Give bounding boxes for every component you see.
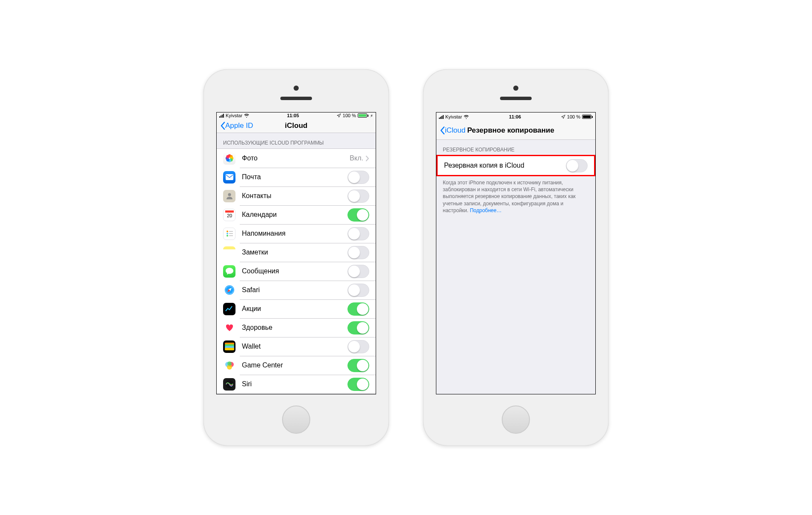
- svg-point-14: [227, 233, 228, 234]
- row-wallet[interactable]: Wallet: [217, 337, 376, 356]
- battery-pct: 100 %: [567, 114, 580, 119]
- home-button[interactable]: [282, 405, 310, 434]
- home-button[interactable]: [502, 405, 530, 434]
- row-messages[interactable]: Сообщения: [217, 262, 376, 281]
- contacts-icon: [223, 190, 235, 202]
- stocks-toggle[interactable]: [347, 302, 369, 316]
- carrier-label: Kyivstar: [226, 113, 242, 118]
- section-footer: Когда этот iPhone подключен к источнику …: [436, 176, 595, 216]
- phone-speaker: [500, 97, 532, 100]
- row-label: Wallet: [242, 343, 347, 350]
- svg-rect-17: [229, 235, 233, 236]
- health-toggle[interactable]: [347, 321, 369, 334]
- row-notes[interactable]: Заметки: [217, 243, 376, 262]
- row-label: Резервная копия в iCloud: [444, 162, 566, 169]
- mail-icon: [223, 171, 235, 184]
- row-health[interactable]: Здоровье: [217, 318, 376, 337]
- row-gamecenter[interactable]: Game Center: [217, 356, 376, 375]
- gamecenter-icon: [223, 359, 235, 372]
- iphone-device-right: Kyivstar 11:06 100 % iCloud Ре: [423, 69, 609, 446]
- nav-bar: Apple ID iCloud: [217, 119, 376, 133]
- status-bar: Kyivstar 11:05 100 % ⚡︎: [217, 112, 376, 119]
- chevron-right-icon: [366, 156, 369, 161]
- row-stocks[interactable]: Акции: [217, 299, 376, 318]
- calendar-icon: 20: [223, 209, 235, 221]
- battery-pct: 100 %: [343, 113, 356, 118]
- row-label: Акции: [242, 305, 347, 313]
- signal-icon: [439, 115, 444, 119]
- health-icon: [223, 322, 235, 334]
- row-safari[interactable]: Safari: [217, 281, 376, 299]
- wifi-icon: [244, 113, 249, 118]
- back-label: iCloud: [445, 126, 465, 135]
- icloud-backup-toggle[interactable]: [566, 159, 588, 172]
- nav-bar: iCloud Резервное копирование: [436, 121, 595, 140]
- row-label: Siri: [242, 380, 347, 388]
- notes-icon: [223, 246, 235, 259]
- contacts-toggle[interactable]: [347, 189, 369, 203]
- messages-toggle[interactable]: [347, 265, 369, 278]
- svg-rect-8: [226, 174, 233, 180]
- learn-more-link[interactable]: Подробнее…: [470, 207, 501, 213]
- notes-toggle[interactable]: [347, 246, 369, 259]
- svg-rect-24: [225, 348, 234, 350]
- row-label: Safari: [242, 286, 347, 294]
- messages-icon: [223, 265, 235, 278]
- row-photos[interactable]: ФотоВкл.: [217, 149, 376, 168]
- signal-icon: [219, 113, 224, 118]
- row-label: Здоровье: [242, 324, 347, 331]
- svg-point-9: [228, 193, 231, 196]
- wifi-icon: [464, 115, 469, 119]
- icloud-apps-list: ФотоВкл.ПочтаКонтакты20КалендариНапомина…: [217, 148, 376, 394]
- row-icloud-backup[interactable]: Резервная копия в iCloud: [438, 156, 594, 175]
- reminders-toggle[interactable]: [347, 227, 369, 240]
- battery-icon: [358, 113, 368, 118]
- siri-toggle[interactable]: [347, 378, 369, 391]
- iphone-device-left: Kyivstar 11:05 100 % ⚡︎ Apple ID: [203, 69, 389, 446]
- row-mail[interactable]: Почта: [217, 168, 376, 186]
- siri-icon: [223, 378, 235, 391]
- row-label: Напоминания: [242, 230, 347, 237]
- svg-point-16: [227, 235, 228, 237]
- gamecenter-toggle[interactable]: [347, 359, 369, 372]
- screen-right: Kyivstar 11:06 100 % iCloud Ре: [436, 112, 596, 394]
- photos-icon: [223, 152, 235, 165]
- phone-speaker: [280, 97, 312, 100]
- row-contacts[interactable]: Контакты: [217, 186, 376, 205]
- stocks-icon: [223, 303, 235, 315]
- safari-toggle[interactable]: [347, 284, 369, 297]
- row-label: Game Center: [242, 361, 347, 369]
- row-label: Фото: [242, 154, 350, 162]
- row-label: Почта: [242, 173, 347, 181]
- row-calendar[interactable]: 20Календари: [217, 205, 376, 224]
- row-label: Контакты: [242, 192, 347, 200]
- svg-rect-10: [225, 210, 234, 213]
- svg-rect-15: [229, 233, 233, 234]
- reminders-icon: [223, 228, 235, 240]
- backup-list: Резервная копия в iCloud: [436, 155, 595, 176]
- wallet-icon: [223, 340, 235, 353]
- location-icon: [561, 115, 565, 119]
- status-time: 11:06: [469, 114, 561, 119]
- screen-left: Kyivstar 11:05 100 % ⚡︎ Apple ID: [216, 112, 376, 394]
- back-button[interactable]: iCloud: [440, 126, 465, 135]
- svg-point-7: [226, 155, 229, 158]
- row-detail: Вкл.: [350, 154, 363, 162]
- svg-rect-13: [229, 231, 233, 232]
- calendar-toggle[interactable]: [347, 208, 369, 222]
- phone-camera: [513, 86, 518, 91]
- footer-text: Когда этот iPhone подключен к источнику …: [443, 180, 576, 213]
- svg-point-12: [227, 231, 228, 232]
- mail-toggle[interactable]: [347, 171, 369, 184]
- svg-point-28: [227, 361, 232, 366]
- row-label: Календари: [242, 211, 347, 219]
- back-button[interactable]: Apple ID: [220, 121, 253, 130]
- safari-icon: [223, 284, 235, 296]
- wallet-toggle[interactable]: [347, 340, 369, 353]
- phone-camera: [294, 86, 299, 91]
- row-label: Сообщения: [242, 267, 347, 275]
- status-bar: Kyivstar 11:06 100 %: [436, 112, 595, 121]
- status-time: 11:05: [249, 113, 337, 118]
- row-siri[interactable]: Siri: [217, 375, 376, 394]
- row-reminders[interactable]: Напоминания: [217, 224, 376, 243]
